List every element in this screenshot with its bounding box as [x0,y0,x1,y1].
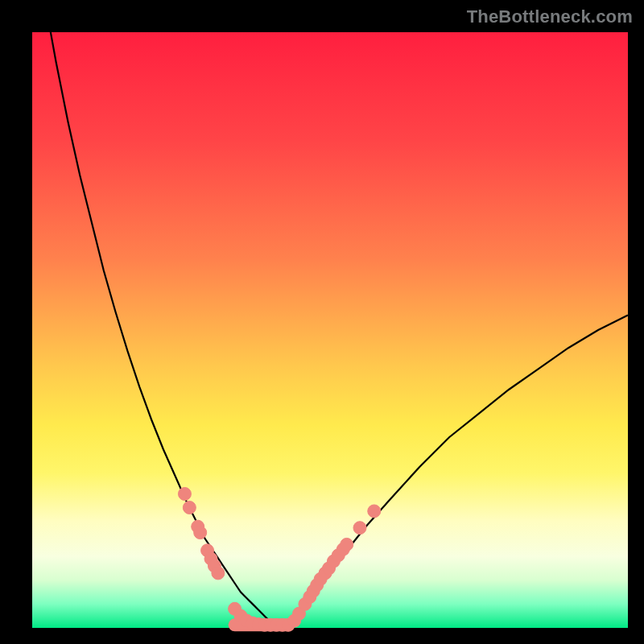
curve-marker [353,522,366,535]
curve-marker [183,502,196,514]
curve-marker [178,488,191,501]
bottleneck-curve [32,0,628,625]
chart-stage: TheBottleneck.com [0,0,644,644]
curve-layer [32,32,628,628]
curve-marker [341,538,353,551]
curve-marker [194,526,207,539]
curve-marker [368,505,381,518]
curve-marker [212,567,225,580]
branding-watermark: TheBottleneck.com [467,6,633,27]
curve-markers [178,488,380,632]
bottleneck-plot [32,32,628,628]
